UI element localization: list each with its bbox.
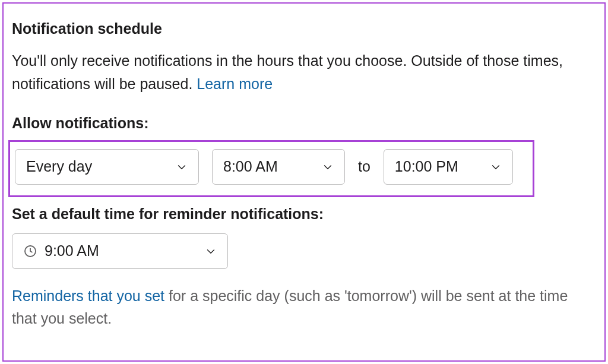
learn-more-link[interactable]: Learn more <box>197 75 273 92</box>
reminder-footer-text: Reminders that you set for a specific da… <box>12 284 595 331</box>
chevron-down-icon <box>490 161 502 173</box>
reminder-label: Set a default time for reminder notifica… <box>12 205 595 223</box>
chevron-down-icon <box>176 161 188 173</box>
start-time-value: 8:00 AM <box>223 158 278 175</box>
end-time-value: 10:00 PM <box>395 158 458 175</box>
clock-icon <box>23 244 37 258</box>
chevron-down-icon <box>322 161 334 173</box>
days-dropdown-value: Every day <box>26 158 92 175</box>
end-time-dropdown[interactable]: 10:00 PM <box>384 149 513 185</box>
reminder-time-dropdown[interactable]: 9:00 AM <box>12 233 228 269</box>
settings-panel: Notification schedule You'll only receiv… <box>2 2 606 362</box>
description-text: You'll only receive notifications in the… <box>12 52 563 92</box>
chevron-down-icon <box>205 245 217 257</box>
schedule-highlight-box: Every day 8:00 AM to 10:00 PM <box>8 140 534 197</box>
reminder-section: Set a default time for reminder notifica… <box>12 205 595 331</box>
section-description: You'll only receive notifications in the… <box>12 49 595 96</box>
allow-notifications-label: Allow notifications: <box>12 115 595 132</box>
section-title: Notification schedule <box>12 20 595 37</box>
reminder-dropdown-content: 9:00 AM <box>23 242 99 259</box>
reminders-link[interactable]: Reminders that you set <box>12 287 164 304</box>
reminder-time-value: 9:00 AM <box>45 242 99 259</box>
schedule-selector-row: Every day 8:00 AM to 10:00 PM <box>15 149 528 185</box>
days-dropdown[interactable]: Every day <box>15 149 199 185</box>
start-time-dropdown[interactable]: 8:00 AM <box>212 149 345 185</box>
reminder-select-wrap: 9:00 AM <box>12 233 595 269</box>
to-label: to <box>358 158 370 175</box>
